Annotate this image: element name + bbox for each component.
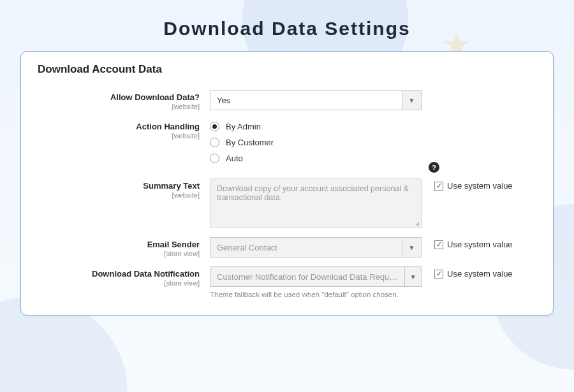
allow-download-label: Allow Download Data?: [38, 92, 200, 102]
radio-by-customer[interactable]: By Customer: [210, 138, 422, 147]
help-icon[interactable]: ?: [429, 162, 439, 173]
radio-icon: [210, 138, 219, 147]
notification-note: Theme fallback will be used when "defaul…: [210, 291, 422, 298]
use-system-label: Use system value: [447, 269, 513, 279]
row-email-sender: Email Sender [store view] General Contac…: [38, 237, 536, 258]
use-system-checkbox-summary[interactable]: ✓: [434, 182, 443, 191]
summary-text-textarea[interactable]: Download copy of your account associated…: [210, 178, 422, 228]
allow-download-select[interactable]: Yes ▼: [210, 90, 422, 110]
scope-storeview: [store view]: [38, 250, 200, 258]
radio-label: By Admin: [226, 122, 261, 131]
radio-label: By Customer: [226, 138, 274, 147]
scope-website: [website]: [38, 191, 200, 199]
chevron-down-icon[interactable]: ▼: [402, 238, 421, 257]
radio-label: Auto: [226, 154, 243, 163]
action-handling-label: Action Handling: [38, 122, 200, 131]
panel-title: Download Account Data: [38, 63, 536, 76]
use-system-checkbox-email[interactable]: ✓: [434, 240, 443, 249]
email-sender-label: Email Sender: [38, 240, 200, 249]
settings-panel: Download Account Data Allow Download Dat…: [20, 51, 554, 316]
radio-auto[interactable]: Auto: [210, 154, 422, 163]
row-summary-text: Summary Text [website] ? Download copy o…: [38, 178, 536, 228]
row-action-handling: Action Handling [website] By Admin By Cu…: [38, 119, 536, 170]
notification-select[interactable]: Customer Notification for Download Data …: [210, 266, 422, 287]
row-notification: Download Data Notification [store view] …: [38, 266, 536, 298]
row-allow-download: Allow Download Data? [website] Yes ▼: [38, 90, 536, 110]
radio-icon: [210, 122, 219, 131]
notification-value: Customer Notification for Download Data …: [210, 272, 404, 282]
email-sender-value: General Contact: [210, 243, 284, 252]
radio-by-admin[interactable]: By Admin: [210, 122, 422, 131]
notification-label: Download Data Notification: [38, 269, 200, 279]
scope-website: [website]: [38, 103, 200, 110]
scope-website: [website]: [38, 132, 200, 140]
chevron-down-icon[interactable]: ▼: [404, 267, 421, 286]
use-system-label: Use system value: [447, 181, 513, 191]
action-handling-radio-group: By Admin By Customer Auto: [210, 119, 422, 163]
allow-download-value: Yes: [210, 96, 237, 105]
email-sender-select[interactable]: General Contact ▼: [210, 237, 422, 258]
scope-storeview: [store view]: [38, 279, 200, 287]
chevron-down-icon[interactable]: ▼: [402, 91, 421, 110]
page-title: Download Data Settings: [0, 0, 574, 51]
radio-icon: [210, 154, 219, 163]
use-system-label: Use system value: [447, 240, 513, 249]
use-system-checkbox-notification[interactable]: ✓: [434, 270, 443, 279]
summary-text-label: Summary Text: [38, 181, 200, 191]
